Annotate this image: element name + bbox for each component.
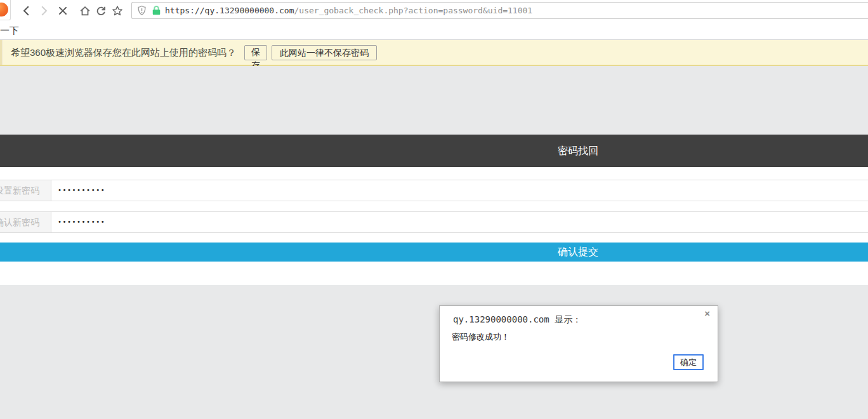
back-icon[interactable] — [21, 5, 32, 17]
forward-icon[interactable] — [38, 5, 49, 17]
confirm-password-masked-value: •••••••••• — [58, 212, 105, 232]
form-header: 密码找回 — [0, 135, 868, 167]
new-password-label: 设置新密码 — [0, 180, 39, 201]
url-origin: https://qy.13290000000.com — [165, 6, 294, 15]
url-path: /user_goback_check.php?action=password&u… — [294, 6, 533, 15]
shield-alert-icon[interactable] — [136, 5, 147, 16]
alert-ok-button[interactable]: 确定 — [673, 354, 704, 370]
submit-button-label: 确认提交 — [558, 243, 598, 262]
save-password-bar-edge — [0, 40, 3, 65]
save-password-message: 希望360极速浏览器保存您在此网站上使用的密码吗？ — [11, 40, 236, 65]
never-save-password-button[interactable]: 此网站一律不保存密码 — [272, 45, 377, 60]
form-title: 密码找回 — [558, 135, 598, 167]
alert-dialog: qy.13290000000.com 显示： 密码修改成功！ 确定 × — [439, 305, 718, 382]
alert-dialog-message: 密码修改成功！ — [452, 331, 510, 343]
page-background-bottom — [0, 285, 868, 419]
alert-dialog-title: qy.13290000000.com 显示： — [453, 314, 581, 326]
alert-close-icon[interactable]: × — [704, 309, 710, 319]
stop-icon[interactable] — [57, 5, 69, 17]
confirm-password-label: 确认新密码 — [0, 212, 39, 232]
browser-logo-icon[interactable] — [0, 0, 11, 20]
browser-window: https://qy.13290000000.com/user_goback_c… — [0, 0, 868, 419]
url-text[interactable]: https://qy.13290000000.com/user_goback_c… — [165, 6, 532, 15]
orange-logo-circle — [0, 3, 8, 17]
browser-toolbar: https://qy.13290000000.com/user_goback_c… — [0, 0, 868, 22]
favorite-star-icon[interactable] — [112, 5, 123, 17]
save-password-button[interactable]: 保存 — [244, 45, 267, 60]
home-icon[interactable] — [79, 5, 91, 17]
address-bar[interactable]: https://qy.13290000000.com/user_goback_c… — [131, 2, 868, 19]
new-password-label-cell: 设置新密码 — [0, 180, 51, 201]
save-password-bar: 希望360极速浏览器保存您在此网站上使用的密码吗？ 保存 此网站一律不保存密码 — [0, 39, 868, 66]
confirm-password-row: 确认新密码 •••••••••• — [0, 211, 868, 233]
confirm-password-label-cell: 确认新密码 — [0, 212, 51, 232]
confirm-password-input[interactable]: •••••••••• — [51, 212, 868, 232]
new-password-row: 设置新密码 •••••••••• — [0, 180, 868, 201]
clipped-page-text: 一下 — [0, 25, 19, 37]
refresh-icon[interactable] — [95, 5, 107, 17]
new-password-input[interactable]: •••••••••• — [51, 180, 868, 201]
page-background-top — [0, 66, 868, 135]
submit-button[interactable]: 确认提交 — [0, 243, 868, 262]
ssl-lock-icon — [151, 5, 162, 16]
new-password-masked-value: •••••••••• — [58, 180, 105, 201]
